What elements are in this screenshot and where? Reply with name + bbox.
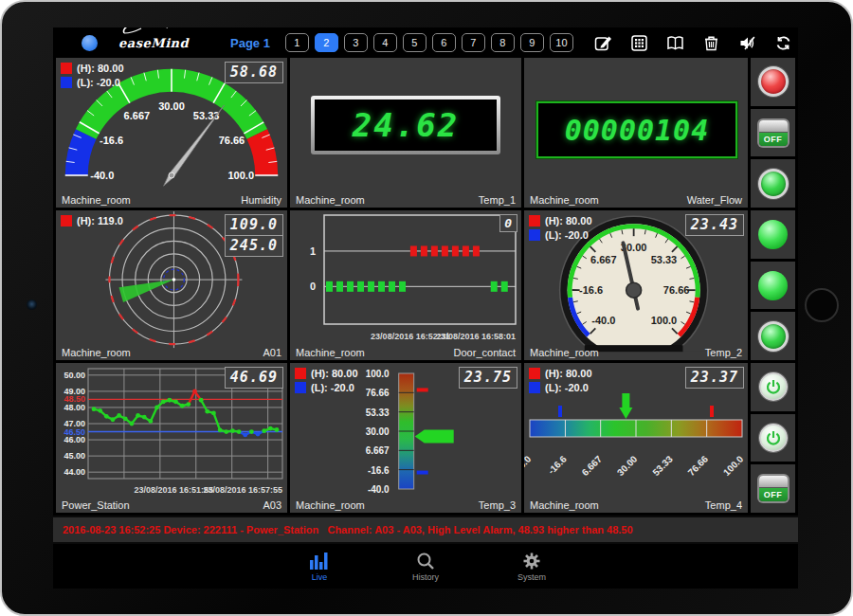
- channel-name: Humidity: [241, 194, 281, 206]
- legend-row: (H): 80.00: [529, 215, 592, 226]
- tab-history-label: History: [412, 572, 439, 582]
- counter-value: 00000104: [565, 114, 710, 147]
- home-button[interactable]: [805, 288, 839, 322]
- svg-text:23/08/2016 16:58:01: 23/08/2016 16:58:01: [436, 332, 516, 341]
- value-readout: 0: [499, 214, 517, 232]
- edit-icon[interactable]: [594, 34, 612, 52]
- power-button-2[interactable]: [759, 424, 788, 452]
- app-logo: easeMind: [118, 34, 206, 51]
- toggle-switch-2[interactable]: OFF: [759, 476, 788, 501]
- channel-name: Door_contact: [454, 347, 516, 358]
- svg-text:30.00: 30.00: [366, 426, 390, 437]
- page-button-6[interactable]: 6: [432, 33, 456, 52]
- svg-text:76.66: 76.66: [219, 135, 245, 146]
- widget-grid: -40.0-16.66.66730.0053.3376.66100.0(H): …: [53, 58, 798, 516]
- tab-system[interactable]: System: [503, 552, 560, 582]
- threshold-legend: (H): 80.00(L): -20.0: [295, 368, 358, 396]
- svg-text:-16.6: -16.6: [579, 284, 603, 296]
- page-button-10[interactable]: 10: [550, 33, 573, 52]
- svg-text:46.00: 46.00: [64, 435, 85, 444]
- page-button-5[interactable]: 5: [403, 33, 426, 52]
- page-label: Page 1: [230, 36, 270, 50]
- svg-text:30.00: 30.00: [615, 453, 640, 478]
- svg-text:6.667: 6.667: [580, 453, 605, 478]
- grid-icon[interactable]: [630, 34, 648, 52]
- page-button-8[interactable]: 8: [491, 33, 515, 52]
- widget-canvas: 1023/08/2016 16:52:3123/08/2016 16:58:01: [290, 210, 521, 360]
- tab-live-label: Live: [312, 572, 328, 582]
- page-buttons: 12345678910: [285, 33, 573, 52]
- channel-name: Temp_1: [479, 194, 516, 206]
- threshold-legend: (H): 119.0: [61, 215, 123, 229]
- legend-swatch: [61, 215, 72, 226]
- legend-label: (H): 119.0: [77, 215, 123, 226]
- widget-temp4-bar-gauge[interactable]: -40.0-16.66.66730.0053.3376.66100.0(H): …: [524, 363, 748, 513]
- widget-canvas: 24.62: [290, 58, 521, 208]
- widget-a03-trend-chart[interactable]: 50.0049.0048.5048.0047.0046.5046.0045.00…: [56, 363, 287, 513]
- page-button-1[interactable]: 1: [285, 33, 309, 52]
- legend-label: (L): -20.0: [545, 229, 589, 241]
- red-indicator-button[interactable]: [758, 66, 789, 97]
- legend-swatch: [529, 382, 540, 393]
- channel-name: Water_Flow: [687, 194, 742, 206]
- green-indicator-button-2[interactable]: [758, 321, 789, 352]
- alarm-bar[interactable]: 2016-08-23 16:52:25 Device: 222111 - Pow…: [53, 516, 798, 544]
- power-button-1[interactable]: [759, 372, 788, 401]
- legend-label: (L): -20.0: [77, 77, 120, 88]
- page-button-7[interactable]: 7: [462, 33, 485, 52]
- svg-text:30.00: 30.00: [158, 100, 185, 112]
- strip-cell: [751, 363, 795, 411]
- value-readout: 23.75: [459, 367, 517, 389]
- value-readout: 109.0: [225, 214, 283, 236]
- tab-live[interactable]: Live: [291, 552, 348, 582]
- widget-doorcontact-chart[interactable]: 1023/08/2016 16:52:3123/08/2016 16:58:01…: [290, 210, 521, 360]
- svg-text:100.0: 100.0: [651, 315, 678, 326]
- page-button-3[interactable]: 3: [344, 33, 368, 52]
- toggle-switch-1[interactable]: OFF: [759, 120, 788, 146]
- strip-cell: [751, 414, 795, 462]
- bars-icon: [309, 552, 330, 571]
- legend-row: (L): -20.0: [295, 382, 358, 393]
- refresh-icon[interactable]: [774, 34, 792, 52]
- mute-icon[interactable]: [738, 34, 756, 52]
- widget-humidity-gauge[interactable]: -40.0-16.66.66730.0053.3376.66100.0(H): …: [56, 58, 287, 208]
- green-indicator-button-1[interactable]: [758, 169, 789, 199]
- strip-cell: [751, 159, 795, 208]
- gear-icon: [521, 552, 542, 571]
- page-button-4[interactable]: 4: [373, 33, 397, 52]
- widget-temp1-display[interactable]: 24.62Machine_roomTemp_1: [290, 58, 521, 208]
- legend-label: (H): 80.00: [311, 368, 358, 379]
- widget-temp2-gauge[interactable]: -40.0-16.66.66730.0053.3376.66100.0(H): …: [524, 210, 748, 360]
- device-name: Machine_room: [530, 347, 599, 358]
- green-lamp-2[interactable]: [758, 271, 788, 300]
- legend-swatch: [295, 382, 306, 393]
- legend-swatch: [529, 368, 540, 379]
- svg-text:6.667: 6.667: [590, 254, 617, 265]
- svg-text:100.0: 100.0: [366, 369, 390, 379]
- page-button-9[interactable]: 9: [520, 33, 544, 52]
- legend-label: (L): -20.0: [311, 382, 354, 393]
- tab-history[interactable]: History: [397, 552, 454, 582]
- svg-text:-16.6: -16.6: [100, 135, 123, 146]
- book-icon[interactable]: [666, 34, 684, 52]
- svg-text:50.00: 50.00: [64, 371, 85, 380]
- threshold-legend: (H): 80.00(L): -20.0: [61, 63, 124, 91]
- svg-text:53.33: 53.33: [193, 110, 220, 121]
- page-button-2[interactable]: 2: [315, 33, 338, 52]
- green-lcd-display: 24.62: [311, 96, 500, 154]
- device-name: Machine_room: [62, 194, 131, 206]
- widget-a01-radar[interactable]: (H): 119.0109.0245.0Machine_roomA01: [56, 210, 287, 360]
- svg-text:6.667: 6.667: [124, 110, 151, 121]
- svg-text:-16.6: -16.6: [368, 465, 390, 476]
- widget-temp3-bar-gauge[interactable]: 100.076.6653.3330.006.667-16.6-40.0(H): …: [290, 363, 521, 513]
- svg-text:48.00: 48.00: [64, 403, 85, 412]
- tab-system-label: System: [517, 572, 546, 582]
- strip-cell: [751, 312, 795, 360]
- ipad-device: easeMind Page 1 12345678910 -40.0-16.66.…: [0, 0, 853, 616]
- device-name: Machine_room: [296, 499, 365, 511]
- channel-name: A01: [263, 347, 281, 358]
- legend-row: (H): 80.00: [61, 63, 124, 74]
- green-lamp-1[interactable]: [758, 220, 788, 249]
- trash-icon[interactable]: [702, 34, 720, 52]
- widget-waterflow-counter[interactable]: 00000104Machine_roomWater_Flow: [524, 58, 748, 208]
